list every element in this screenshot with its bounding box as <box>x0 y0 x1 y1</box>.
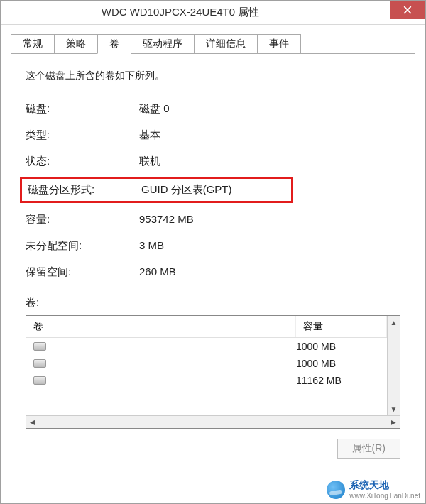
value-reserved: 260 MB <box>139 265 176 279</box>
volume-capacity: 1000 MB <box>296 358 380 369</box>
drive-icon <box>33 359 46 368</box>
list-item[interactable]: 1000 MB <box>26 355 387 372</box>
tab-volumes[interactable]: 卷 <box>97 34 131 54</box>
label-partition-style: 磁盘分区形式: <box>28 183 141 197</box>
volumes-list-label: 卷: <box>26 296 400 309</box>
scroll-right-icon[interactable]: ▶ <box>388 417 398 427</box>
tab-strip: 常规 策略 卷 驱动程序 详细信息 事件 <box>11 33 415 53</box>
close-icon <box>403 6 412 14</box>
drive-icon <box>33 342 46 351</box>
row-partition-style: 磁盘分区形式: GUID 分区表(GPT) <box>28 183 291 197</box>
tab-driver[interactable]: 驱动程序 <box>131 34 195 54</box>
label-capacity: 容量: <box>26 213 139 226</box>
watermark-text-cn: 系统天地 <box>349 479 420 492</box>
highlight-partition-style: 磁盘分区形式: GUID 分区表(GPT) <box>20 177 293 203</box>
value-type: 基本 <box>139 128 160 142</box>
watermark: 系统天地 www.XiTongTianDi.net <box>327 479 420 500</box>
tab-general[interactable]: 常规 <box>11 34 55 54</box>
vertical-scrollbar[interactable]: ▲ ▼ <box>387 316 400 415</box>
header-capacity[interactable]: 容量 <box>296 316 387 337</box>
tab-policies[interactable]: 策略 <box>54 34 98 54</box>
header-volume[interactable]: 卷 <box>26 316 296 337</box>
watermark-text-en: www.XiTongTianDi.net <box>349 492 420 500</box>
row-type: 类型: 基本 <box>26 128 400 142</box>
intro-text: 这个磁盘上所含的卷如下所列。 <box>26 70 400 82</box>
watermark-logo-icon <box>327 481 345 499</box>
button-row: 属性(R) <box>26 439 400 459</box>
label-type: 类型: <box>26 128 139 142</box>
scroll-down-icon[interactable]: ▼ <box>389 404 399 414</box>
list-item[interactable]: 11162 MB <box>26 372 387 389</box>
row-capacity: 容量: 953742 MB <box>26 213 400 226</box>
row-disk: 磁盘: 磁盘 0 <box>26 102 400 116</box>
row-reserved: 保留空间: 260 MB <box>26 265 400 279</box>
drive-icon <box>33 376 46 385</box>
value-partition-style: GUID 分区表(GPT) <box>141 183 232 197</box>
volumes-listview[interactable]: 卷 容量 1000 MB 1000 MB <box>26 315 400 429</box>
properties-window: WDC WD10JPCX-24UE4T0 属性 常规 策略 卷 驱动程序 详细信… <box>0 0 426 504</box>
label-reserved: 保留空间: <box>26 265 139 279</box>
window-title: WDC WD10JPCX-24UE4T0 属性 <box>1 6 390 19</box>
tab-details[interactable]: 详细信息 <box>194 34 258 54</box>
list-item[interactable]: 1000 MB <box>26 338 387 355</box>
row-status: 状态: 联机 <box>26 155 400 168</box>
volumes-panel: 这个磁盘上所含的卷如下所列。 磁盘: 磁盘 0 类型: 基本 状态: 联机 磁盘… <box>11 53 415 493</box>
close-button[interactable] <box>390 1 425 19</box>
scroll-up-icon[interactable]: ▲ <box>389 317 399 327</box>
value-capacity: 953742 MB <box>139 213 194 226</box>
volume-capacity: 11162 MB <box>296 375 380 386</box>
label-unallocated: 未分配空间: <box>26 239 139 253</box>
label-disk: 磁盘: <box>26 102 139 116</box>
row-unallocated: 未分配空间: 3 MB <box>26 239 400 253</box>
scroll-left-icon[interactable]: ◀ <box>28 417 38 427</box>
label-status: 状态: <box>26 155 139 168</box>
titlebar: WDC WD10JPCX-24UE4T0 属性 <box>1 1 425 25</box>
value-status: 联机 <box>139 155 160 168</box>
volume-capacity: 1000 MB <box>296 341 380 352</box>
listview-body: 卷 容量 1000 MB 1000 MB <box>26 316 400 415</box>
listview-header: 卷 容量 <box>26 316 387 338</box>
client-area: 常规 策略 卷 驱动程序 详细信息 事件 这个磁盘上所含的卷如下所列。 磁盘: … <box>1 25 425 503</box>
tab-events[interactable]: 事件 <box>257 34 301 54</box>
listview-content: 卷 容量 1000 MB 1000 MB <box>26 316 387 415</box>
value-unallocated: 3 MB <box>139 239 164 253</box>
value-disk: 磁盘 0 <box>139 102 170 116</box>
properties-button[interactable]: 属性(R) <box>337 439 400 459</box>
horizontal-scrollbar[interactable]: ◀ ▶ <box>26 415 400 428</box>
